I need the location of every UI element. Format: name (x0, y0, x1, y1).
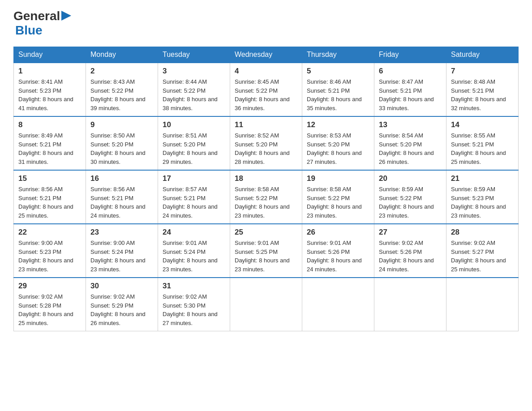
day-info: Sunrise: 8:47 AMSunset: 5:21 PMDaylight:… (379, 77, 442, 112)
calendar-cell: 5Sunrise: 8:46 AMSunset: 5:21 PMDaylight… (302, 63, 374, 116)
day-info: Sunrise: 8:51 AMSunset: 5:20 PMDaylight:… (163, 131, 225, 166)
day-number: 18 (235, 174, 297, 183)
day-info: Sunrise: 8:57 AMSunset: 5:21 PMDaylight:… (163, 185, 225, 220)
day-number: 5 (307, 67, 369, 76)
day-info: Sunrise: 9:02 AMSunset: 5:26 PMDaylight:… (379, 239, 442, 274)
calendar-cell: 2Sunrise: 8:43 AMSunset: 5:22 PMDaylight… (86, 63, 158, 116)
calendar-week-1: 1Sunrise: 8:41 AMSunset: 5:23 PMDaylight… (14, 63, 519, 116)
day-number: 13 (379, 120, 442, 129)
day-info: Sunrise: 8:56 AMSunset: 5:21 PMDaylight:… (90, 185, 153, 220)
logo-arrow-icon (61, 11, 71, 21)
day-number: 15 (18, 174, 81, 183)
day-number: 16 (90, 174, 153, 183)
calendar-cell: 18Sunrise: 8:58 AMSunset: 5:22 PMDayligh… (230, 170, 302, 224)
day-info: Sunrise: 8:44 AMSunset: 5:22 PMDaylight:… (163, 77, 225, 112)
day-number: 31 (163, 282, 225, 291)
day-number: 22 (18, 228, 81, 237)
day-number: 17 (163, 174, 225, 183)
day-info: Sunrise: 8:41 AMSunset: 5:23 PMDaylight:… (18, 77, 81, 112)
calendar-cell (446, 278, 519, 331)
day-info: Sunrise: 8:46 AMSunset: 5:21 PMDaylight:… (307, 77, 369, 112)
day-info: Sunrise: 9:02 AMSunset: 5:27 PMDaylight:… (451, 239, 514, 274)
calendar-cell: 17Sunrise: 8:57 AMSunset: 5:21 PMDayligh… (158, 170, 230, 224)
day-info: Sunrise: 8:56 AMSunset: 5:21 PMDaylight:… (18, 185, 81, 220)
calendar-header-wednesday: Wednesday (230, 47, 302, 63)
calendar-cell: 11Sunrise: 8:52 AMSunset: 5:20 PMDayligh… (230, 116, 302, 170)
day-info: Sunrise: 9:02 AMSunset: 5:29 PMDaylight:… (90, 292, 153, 327)
day-info: Sunrise: 8:55 AMSunset: 5:21 PMDaylight:… (451, 131, 514, 166)
calendar-cell: 26Sunrise: 9:01 AMSunset: 5:26 PMDayligh… (302, 224, 374, 278)
day-number: 8 (18, 120, 81, 129)
day-number: 12 (307, 120, 369, 129)
day-number: 19 (307, 174, 369, 183)
day-info: Sunrise: 8:54 AMSunset: 5:20 PMDaylight:… (379, 131, 442, 166)
day-number: 6 (379, 67, 442, 76)
calendar-cell (374, 278, 446, 331)
day-number: 2 (90, 67, 153, 76)
calendar-header-saturday: Saturday (446, 47, 519, 63)
day-number: 14 (451, 120, 514, 129)
logo-general-text: General (13, 9, 60, 23)
calendar-cell: 27Sunrise: 9:02 AMSunset: 5:26 PMDayligh… (374, 224, 446, 278)
day-number: 7 (451, 67, 514, 76)
day-info: Sunrise: 8:49 AMSunset: 5:21 PMDaylight:… (18, 131, 81, 166)
day-info: Sunrise: 8:59 AMSunset: 5:22 PMDaylight:… (379, 185, 442, 220)
calendar-cell: 10Sunrise: 8:51 AMSunset: 5:20 PMDayligh… (158, 116, 230, 170)
page-header: General Blue (13, 9, 519, 38)
day-info: Sunrise: 9:01 AMSunset: 5:25 PMDaylight:… (235, 239, 297, 274)
day-number: 21 (451, 174, 514, 183)
day-number: 30 (90, 282, 153, 291)
day-info: Sunrise: 9:00 AMSunset: 5:23 PMDaylight:… (18, 239, 81, 274)
day-info: Sunrise: 8:58 AMSunset: 5:22 PMDaylight:… (307, 185, 369, 220)
day-number: 27 (379, 228, 442, 237)
calendar-header-sunday: Sunday (14, 47, 86, 63)
calendar-cell: 22Sunrise: 9:00 AMSunset: 5:23 PMDayligh… (14, 224, 86, 278)
svg-marker-0 (61, 11, 71, 21)
calendar-cell: 6Sunrise: 8:47 AMSunset: 5:21 PMDaylight… (374, 63, 446, 116)
calendar-cell: 24Sunrise: 9:01 AMSunset: 5:24 PMDayligh… (158, 224, 230, 278)
calendar-table: SundayMondayTuesdayWednesdayThursdayFrid… (13, 47, 519, 331)
day-info: Sunrise: 8:58 AMSunset: 5:22 PMDaylight:… (235, 185, 297, 220)
calendar-cell: 8Sunrise: 8:49 AMSunset: 5:21 PMDaylight… (14, 116, 86, 170)
day-info: Sunrise: 8:52 AMSunset: 5:20 PMDaylight:… (235, 131, 297, 166)
day-info: Sunrise: 8:50 AMSunset: 5:20 PMDaylight:… (90, 131, 153, 166)
day-number: 24 (163, 228, 225, 237)
day-info: Sunrise: 9:01 AMSunset: 5:26 PMDaylight:… (307, 239, 369, 274)
calendar-cell (302, 278, 374, 331)
day-number: 25 (235, 228, 297, 237)
day-number: 9 (90, 120, 153, 129)
calendar-cell: 14Sunrise: 8:55 AMSunset: 5:21 PMDayligh… (446, 116, 519, 170)
calendar-cell: 25Sunrise: 9:01 AMSunset: 5:25 PMDayligh… (230, 224, 302, 278)
day-number: 11 (235, 120, 297, 129)
day-info: Sunrise: 8:45 AMSunset: 5:22 PMDaylight:… (235, 77, 297, 112)
calendar-cell: 3Sunrise: 8:44 AMSunset: 5:22 PMDaylight… (158, 63, 230, 116)
calendar-cell: 30Sunrise: 9:02 AMSunset: 5:29 PMDayligh… (86, 278, 158, 331)
calendar-cell: 23Sunrise: 9:00 AMSunset: 5:24 PMDayligh… (86, 224, 158, 278)
calendar-cell: 16Sunrise: 8:56 AMSunset: 5:21 PMDayligh… (86, 170, 158, 224)
day-number: 23 (90, 228, 153, 237)
day-number: 20 (379, 174, 442, 183)
calendar-cell: 12Sunrise: 8:53 AMSunset: 5:20 PMDayligh… (302, 116, 374, 170)
calendar-cell: 20Sunrise: 8:59 AMSunset: 5:22 PMDayligh… (374, 170, 446, 224)
calendar-cell: 19Sunrise: 8:58 AMSunset: 5:22 PMDayligh… (302, 170, 374, 224)
calendar-week-3: 15Sunrise: 8:56 AMSunset: 5:21 PMDayligh… (14, 170, 519, 224)
calendar-cell: 4Sunrise: 8:45 AMSunset: 5:22 PMDaylight… (230, 63, 302, 116)
calendar-header-monday: Monday (86, 47, 158, 63)
calendar-cell: 1Sunrise: 8:41 AMSunset: 5:23 PMDaylight… (14, 63, 86, 116)
calendar-week-2: 8Sunrise: 8:49 AMSunset: 5:21 PMDaylight… (14, 116, 519, 170)
calendar-week-4: 22Sunrise: 9:00 AMSunset: 5:23 PMDayligh… (14, 224, 519, 278)
day-number: 10 (163, 120, 225, 129)
logo-blue-text: Blue (15, 23, 43, 38)
calendar-header-friday: Friday (374, 47, 446, 63)
day-info: Sunrise: 9:02 AMSunset: 5:28 PMDaylight:… (18, 292, 81, 327)
day-number: 4 (235, 67, 297, 76)
day-number: 3 (163, 67, 225, 76)
day-info: Sunrise: 8:48 AMSunset: 5:21 PMDaylight:… (451, 77, 514, 112)
calendar-header-row: SundayMondayTuesdayWednesdayThursdayFrid… (14, 47, 519, 63)
calendar-header-thursday: Thursday (302, 47, 374, 63)
calendar-cell: 15Sunrise: 8:56 AMSunset: 5:21 PMDayligh… (14, 170, 86, 224)
day-info: Sunrise: 8:43 AMSunset: 5:22 PMDaylight:… (90, 77, 153, 112)
calendar-cell: 9Sunrise: 8:50 AMSunset: 5:20 PMDaylight… (86, 116, 158, 170)
calendar-header-tuesday: Tuesday (158, 47, 230, 63)
day-number: 26 (307, 228, 369, 237)
